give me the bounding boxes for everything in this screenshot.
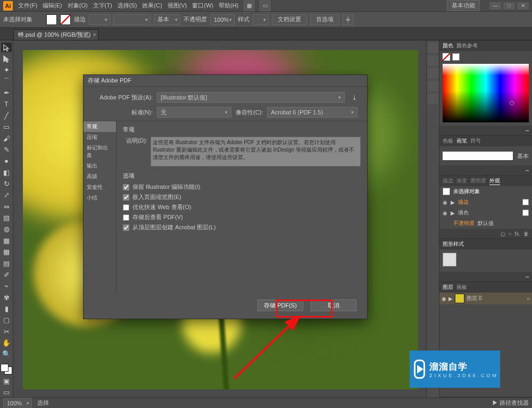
stroke-weight-dropdown[interactable] [89, 14, 110, 25]
free-transform-tool-icon[interactable]: ▧ [1, 213, 12, 222]
color-mode-icon[interactable]: ▣ [1, 376, 12, 386]
document-tab[interactable]: 蜂.psd @ 100% (RGB/预览) × [13, 29, 98, 40]
compat-dropdown[interactable]: Acrobat 6 (PDF 1.5) [267, 107, 358, 118]
fill-swatch[interactable] [46, 14, 57, 25]
lasso-tool-icon[interactable]: ⌒ [1, 77, 12, 86]
paintbrush-tool-icon[interactable]: 🖌 [1, 134, 12, 143]
align-icon[interactable]: ╪ [343, 14, 353, 25]
mesh-tool-icon[interactable]: ▩ [1, 247, 12, 256]
line-tool-icon[interactable]: ╱ [1, 111, 12, 120]
appearance-row-stroke[interactable]: 描边 [458, 198, 469, 206]
vertical-scrollbar[interactable] [418, 40, 426, 397]
fill-stroke-swatches[interactable] [1, 364, 12, 374]
symbol-spray-tool-icon[interactable]: ✾ [1, 293, 12, 302]
fill-chip[interactable] [522, 210, 529, 216]
opacity-dropdown[interactable]: 100% [210, 14, 235, 25]
menu-help[interactable]: 帮助(H) [219, 2, 238, 10]
cat-output[interactable]: 输出 [84, 161, 116, 171]
graphic-style-dropdown[interactable] [253, 14, 269, 25]
tab-color[interactable]: 颜色 [443, 42, 453, 49]
menu-view[interactable]: 视图(V) [168, 2, 187, 10]
scale-tool-icon[interactable]: ⤢ [1, 190, 12, 200]
status-nav[interactable]: ▶ 路径查找器 [492, 399, 529, 407]
screen-mode-icon[interactable]: ▭ [1, 388, 12, 397]
slice-tool-icon[interactable]: ✂ [1, 327, 12, 336]
layer-row[interactable]: ◉ ▶ 图层 0 ○ [439, 293, 532, 304]
cat-advanced[interactable]: 高级 [84, 171, 116, 182]
gradient-tool-icon[interactable]: ▤ [1, 259, 12, 268]
stroke-swatch[interactable] [60, 14, 71, 25]
collapsed-panel-icon[interactable] [428, 68, 438, 79]
pencil-tool-icon[interactable]: ✎ [1, 145, 12, 154]
visibility-icon[interactable]: ◉ [443, 210, 447, 216]
horizontal-scrollbar[interactable] [13, 389, 418, 397]
tab-graphic-styles[interactable]: 图形样式 [443, 240, 464, 248]
tab-stroke[interactable]: 描边 [443, 177, 453, 185]
add-fill-icon[interactable]: ◻ [501, 231, 505, 237]
collapsed-panel-icon[interactable] [428, 94, 438, 104]
triangle-icon[interactable]: ▶ [448, 296, 453, 302]
cat-summary[interactable]: 小结 [84, 193, 116, 203]
trash-icon[interactable]: 🗑 [523, 231, 529, 237]
opt-view-after-save-checkbox[interactable] [123, 214, 129, 221]
zoom-dropdown[interactable]: 100% [3, 398, 32, 409]
direct-select-tool-icon[interactable] [1, 54, 12, 63]
fill-swatch-none[interactable] [443, 53, 450, 61]
opt-embed-thumbnails-checkbox[interactable] [123, 194, 129, 201]
triangle-icon[interactable]: ▶ [451, 199, 455, 205]
collapsed-panel-icon[interactable] [428, 55, 438, 66]
menu-type[interactable]: 文字(T) [93, 2, 112, 10]
panel-menu-icon[interactable]: ╍ [526, 128, 529, 134]
eraser-tool-icon[interactable]: ◧ [1, 168, 12, 177]
tab-transparency[interactable]: 透明度 [470, 177, 486, 185]
opt-view-after-save[interactable]: 存储后查看 PDF(V) [123, 212, 361, 222]
desc-textarea[interactable]: 这些是将 Illustrator 文件存储为 Adobe PDF 文档时的默认设… [151, 137, 361, 166]
hand-tool-icon[interactable]: ✋ [1, 338, 12, 347]
doc-icon[interactable]: ▭ [260, 1, 270, 11]
document-setup-button[interactable]: 文档设置 [272, 14, 307, 25]
cat-compression[interactable]: 压缩 [84, 132, 116, 143]
appearance-row-fill[interactable]: 填色 [458, 209, 469, 217]
menu-select[interactable]: 选择(S) [118, 2, 137, 10]
collapsed-panel-icon[interactable] [428, 43, 438, 53]
preferences-button[interactable]: 首选项 [310, 14, 339, 25]
magic-wand-tool-icon[interactable]: ✦ [1, 65, 12, 75]
rotate-tool-icon[interactable]: ↻ [1, 179, 12, 188]
pen-tool-icon[interactable]: ✒ [1, 88, 12, 97]
width-tool-icon[interactable]: ⇔ [1, 202, 12, 211]
tab-symbols[interactable]: 符号 [470, 137, 481, 145]
preset-dropdown[interactable]: [Illustrator 默认值] [157, 92, 345, 103]
rectangle-tool-icon[interactable]: ▭ [1, 122, 12, 132]
tab-appearance[interactable]: 外观 [489, 177, 500, 185]
graphic-style-thumb[interactable] [443, 253, 456, 267]
opt-acrobat-layers[interactable]: 从顶层图层创建 Acrobat 图层(L) [123, 222, 361, 232]
tab-artboards[interactable]: 画板 [456, 284, 467, 291]
stroke-chip[interactable] [522, 199, 529, 205]
opt-fast-web-view-checkbox[interactable] [123, 204, 129, 211]
artboard-tool-icon[interactable]: ▢ [1, 315, 12, 325]
eyedropper-tool-icon[interactable]: ✐ [1, 270, 12, 279]
menu-window[interactable]: 窗口(W) [192, 2, 213, 10]
zoom-tool-icon[interactable]: 🔍 [1, 349, 12, 359]
window-min-icon[interactable]: — [489, 2, 501, 10]
opt-embed-thumbnails[interactable]: 嵌入页面缩览图(E) [123, 192, 361, 202]
tab-color-guide[interactable]: 颜色参考 [456, 42, 478, 49]
brush-dropdown[interactable] [113, 14, 151, 25]
workspace-switcher[interactable]: 基本功能 [447, 0, 480, 11]
panel-menu-icon[interactable]: ╍ [526, 168, 529, 173]
menu-file[interactable]: 文件(F) [18, 2, 37, 10]
fx-icon[interactable]: fx. [514, 231, 520, 237]
graph-tool-icon[interactable]: ▮ [1, 304, 12, 313]
close-icon[interactable]: × [93, 32, 96, 38]
collapsed-panel-icon[interactable] [428, 81, 438, 91]
opt-preserve-editing-checkbox[interactable] [123, 184, 129, 190]
menu-object[interactable]: 对象(O) [68, 2, 88, 10]
save-preset-icon[interactable]: ⭳ [349, 92, 360, 103]
perspective-tool-icon[interactable]: ▦ [1, 236, 12, 245]
standard-dropdown[interactable]: 无 [157, 107, 231, 118]
tab-brushes[interactable]: 画笔 [456, 137, 467, 145]
stroke-swatch-white[interactable] [452, 53, 460, 61]
opt-fast-web-view[interactable]: 优化快速 Web 查看(O) [123, 202, 361, 212]
blend-tool-icon[interactable]: ⌁ [1, 281, 12, 291]
menu-edit[interactable]: 编辑(E) [43, 2, 62, 10]
